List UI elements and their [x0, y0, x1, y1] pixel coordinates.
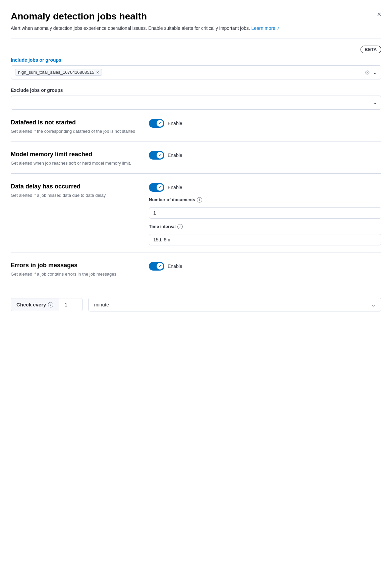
exclude-combobox[interactable]: ⌄	[11, 96, 381, 110]
alert-title-model-memory: Model memory limit reached	[11, 151, 138, 158]
cursor-indicator	[362, 69, 362, 75]
alert-section-data-delay: Data delay has occurredGet alerted if a …	[11, 183, 381, 245]
alert-title-errors-in-job: Errors in job messages	[11, 262, 138, 269]
alert-left-datafeed: Datafeed is not startedGet alerted if th…	[11, 119, 138, 135]
beta-badge-row: BETA	[11, 46, 381, 53]
header-divider	[11, 39, 381, 39]
combobox-actions: ⊗ ⌄	[365, 69, 377, 75]
include-tag: high_sum_total_sales_1676416808515 ×	[15, 69, 102, 76]
interval-select[interactable]: minute ⌄	[88, 298, 381, 311]
include-input[interactable]	[105, 70, 358, 75]
field-input-time-interval[interactable]	[149, 234, 381, 245]
clear-button[interactable]: ⊗	[365, 69, 370, 75]
alert-section-errors-in-job: Errors in job messagesGet alerted if a j…	[11, 262, 381, 278]
alert-enable-label-model-memory: Enable	[168, 153, 182, 158]
alert-enable-label-errors-in-job: Enable	[168, 264, 182, 269]
field-label-num-docs: Number of documentsi	[149, 197, 381, 203]
include-tag-remove[interactable]: ×	[96, 70, 99, 75]
alert-toggle-datafeed[interactable]: ✓	[149, 119, 164, 128]
include-field-group: Include jobs or groups high_sum_total_sa…	[11, 57, 381, 79]
alert-toggle-model-memory[interactable]: ✓	[149, 151, 164, 160]
include-combobox[interactable]: high_sum_total_sales_1676416808515 × ⊗ ⌄	[11, 65, 381, 79]
alert-left-model-memory: Model memory limit reachedGet alerted wh…	[11, 151, 138, 167]
alert-divider	[11, 141, 381, 141]
exclude-field-label: Exclude jobs or groups	[11, 88, 381, 93]
time-interval-help-icon[interactable]: i	[177, 224, 183, 229]
close-button[interactable]: ×	[376, 9, 383, 19]
exclude-field-group: Exclude jobs or groups ⌄	[11, 88, 381, 110]
alert-section-model-memory: Model memory limit reachedGet alerted wh…	[11, 151, 381, 167]
alert-section-datafeed: Datafeed is not startedGet alerted if th…	[11, 119, 381, 135]
include-field-label: Include jobs or groups	[11, 57, 381, 63]
interval-chevron-icon: ⌄	[371, 301, 376, 308]
bottom-bar: Check every i minute ⌄	[0, 291, 392, 318]
field-input-num-docs[interactable]	[149, 207, 381, 219]
include-dropdown-button[interactable]: ⌄	[373, 70, 377, 75]
alert-left-data-delay: Data delay has occurredGet alerted if a …	[11, 183, 138, 245]
alert-right-model-memory: ✓Enable	[149, 151, 381, 167]
alert-toggle-row-model-memory: ✓Enable	[149, 151, 381, 160]
beta-badge: BETA	[360, 46, 381, 53]
panel-subtitle: Alert when anomaly detection jobs experi…	[11, 25, 381, 32]
alert-right-data-delay: ✓EnableNumber of documentsiTime interval…	[149, 183, 381, 245]
alert-toggle-row-errors-in-job: ✓Enable	[149, 262, 381, 271]
alert-right-errors-in-job: ✓Enable	[149, 262, 381, 278]
alert-toggle-row-datafeed: ✓Enable	[149, 119, 381, 128]
alert-toggle-errors-in-job[interactable]: ✓	[149, 262, 164, 271]
alert-left-errors-in-job: Errors in job messagesGet alerted if a j…	[11, 262, 138, 278]
alert-desc-data-delay: Get alerted if a job missed data due to …	[11, 192, 138, 199]
exclude-dropdown-icon: ⌄	[373, 99, 377, 106]
panel-header: Anomaly detection jobs health Alert when…	[11, 11, 381, 32]
panel-title: Anomaly detection jobs health	[11, 11, 381, 22]
alert-title-data-delay: Data delay has occurred	[11, 183, 138, 190]
interval-value: minute	[94, 302, 109, 307]
panel: Anomaly detection jobs health Alert when…	[0, 0, 392, 39]
alert-desc-datafeed: Get alerted if the corresponding datafee…	[11, 128, 138, 135]
alert-desc-errors-in-job: Get alerted if a job contains errors in …	[11, 271, 138, 278]
check-every-help-icon[interactable]: i	[48, 302, 53, 307]
alert-toggle-data-delay[interactable]: ✓	[149, 183, 164, 192]
field-label-time-interval: Time intervali	[149, 224, 381, 229]
learn-more-link[interactable]: Learn more	[251, 25, 280, 31]
check-every-label: Check every i	[11, 298, 59, 311]
alert-divider	[11, 173, 381, 174]
alerts-container: Datafeed is not startedGet alerted if th…	[11, 119, 381, 278]
content-area: BETA Include jobs or groups high_sum_tot…	[0, 46, 392, 278]
alert-enable-label-datafeed: Enable	[168, 121, 182, 126]
num-docs-help-icon[interactable]: i	[197, 197, 202, 203]
check-every-box: Check every i	[11, 298, 83, 311]
alert-right-datafeed: ✓Enable	[149, 119, 381, 135]
alert-toggle-row-data-delay: ✓Enable	[149, 183, 381, 192]
alert-desc-model-memory: Get alerted when job reaches soft or har…	[11, 160, 138, 167]
check-every-input[interactable]	[59, 298, 82, 311]
alert-title-datafeed: Datafeed is not started	[11, 119, 138, 126]
alert-divider	[11, 252, 381, 252]
alert-enable-label-data-delay: Enable	[168, 185, 182, 190]
include-tag-value: high_sum_total_sales_1676416808515	[18, 70, 94, 75]
